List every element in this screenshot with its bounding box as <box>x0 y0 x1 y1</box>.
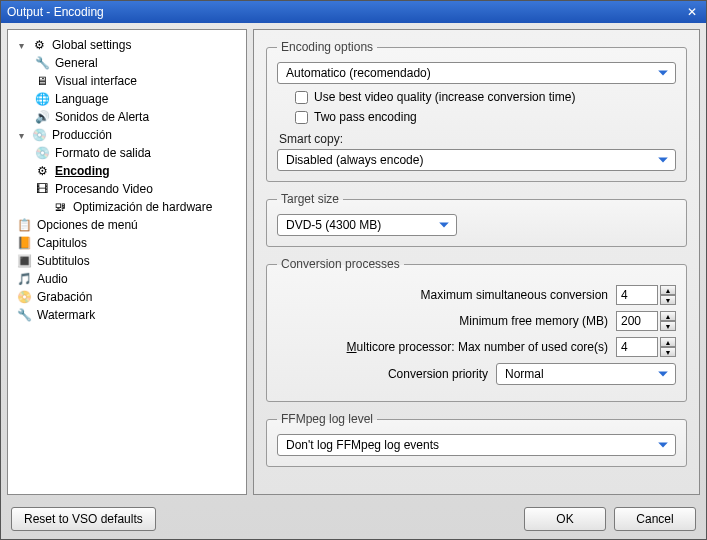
close-icon[interactable]: ✕ <box>684 5 700 19</box>
gear-icon: ⚙ <box>34 163 50 179</box>
ok-button[interactable]: OK <box>524 507 606 531</box>
smart-copy-label: Smart copy: <box>279 132 676 146</box>
row-multicore: Multicore processor: Max number of used … <box>277 337 676 357</box>
ffmpeg-log-combo[interactable]: Don't log FFMpeg log events <box>277 434 676 456</box>
spin-down-icon[interactable]: ▼ <box>660 321 676 331</box>
settings-content: Encoding options Automatico (recomendado… <box>253 29 700 495</box>
tree-label: Language <box>55 92 108 106</box>
gear-icon: ⚙ <box>31 37 47 53</box>
combo-value: Don't log FFMpeg log events <box>286 438 439 452</box>
film-icon: 🎞 <box>34 181 50 197</box>
tree-item-hwopt[interactable]: 🖳 Optimización de hardware <box>10 198 244 216</box>
row-max-sim: Maximum simultaneous conversion ▲▼ <box>277 285 676 305</box>
collapse-icon[interactable]: ▾ <box>16 40 26 51</box>
row-min-mem: Minimum free memory (MB) ▲▼ <box>277 311 676 331</box>
tree-label: General <box>55 56 98 70</box>
spin-up-icon[interactable]: ▲ <box>660 311 676 321</box>
settings-tree[interactable]: ▾ ⚙ Global settings 🔧 General 🖥 Visual i… <box>7 29 247 495</box>
multicore-input[interactable] <box>616 337 658 357</box>
chevron-down-icon <box>655 152 671 168</box>
tree-item-visual[interactable]: 🖥 Visual interface <box>10 72 244 90</box>
tree-item-encoding[interactable]: ⚙ Encoding <box>10 162 244 180</box>
two-pass-label: Two pass encoding <box>314 110 417 124</box>
reset-button[interactable]: Reset to VSO defaults <box>11 507 156 531</box>
legend-encoding: Encoding options <box>277 40 377 54</box>
tree-item-global[interactable]: ▾ ⚙ Global settings <box>10 36 244 54</box>
chevron-down-icon <box>655 366 671 382</box>
best-quality-row: Use best video quality (increase convers… <box>295 90 676 104</box>
combo-value: Normal <box>505 367 544 381</box>
priority-label: Conversion priority <box>388 367 488 381</box>
best-quality-checkbox[interactable] <box>295 91 308 104</box>
tree-label: Opciones de menú <box>37 218 138 232</box>
tree-label: Sonidos de Alerta <box>55 110 149 124</box>
max-sim-spinner[interactable]: ▲▼ <box>616 285 676 305</box>
tree-item-general[interactable]: 🔧 General <box>10 54 244 72</box>
max-sim-input[interactable] <box>616 285 658 305</box>
combo-value: Disabled (always encode) <box>286 153 423 167</box>
tree-label: Visual interface <box>55 74 137 88</box>
speaker-icon: 🔊 <box>34 109 50 125</box>
tree-label: Procesando Video <box>55 182 153 196</box>
disc-icon: 📀 <box>16 289 32 305</box>
chevron-down-icon <box>436 217 452 233</box>
collapse-icon[interactable]: ▾ <box>16 130 26 141</box>
subtitles-icon: 🔳 <box>16 253 32 269</box>
tree-item-language[interactable]: 🌐 Language <box>10 90 244 108</box>
tree-label: Grabación <box>37 290 92 304</box>
dialog-body: ▾ ⚙ Global settings 🔧 General 🖥 Visual i… <box>1 23 706 501</box>
tree-item-production[interactable]: ▾ 💿 Producción <box>10 126 244 144</box>
tree-item-recording[interactable]: 📀 Grabación <box>10 288 244 306</box>
tree-item-chapters[interactable]: 📙 Capitulos <box>10 234 244 252</box>
smart-copy-combo[interactable]: Disabled (always encode) <box>277 149 676 171</box>
multicore-spinner[interactable]: ▲▼ <box>616 337 676 357</box>
spin-down-icon[interactable]: ▼ <box>660 347 676 357</box>
titlebar: Output - Encoding ✕ <box>1 1 706 23</box>
window-title: Output - Encoding <box>7 5 104 19</box>
encoding-preset-combo[interactable]: Automatico (recomendado) <box>277 62 676 84</box>
group-conversion: Conversion processes Maximum simultaneou… <box>266 257 687 402</box>
tree-label: Audio <box>37 272 68 286</box>
min-mem-label: Minimum free memory (MB) <box>459 314 608 328</box>
dialog-footer: Reset to VSO defaults OK Cancel <box>1 501 706 539</box>
two-pass-checkbox[interactable] <box>295 111 308 124</box>
tree-label: Watermark <box>37 308 95 322</box>
tree-item-sounds[interactable]: 🔊 Sonidos de Alerta <box>10 108 244 126</box>
spin-up-icon[interactable]: ▲ <box>660 337 676 347</box>
tree-item-processing[interactable]: 🎞 Procesando Video <box>10 180 244 198</box>
group-ffmpeg: FFMpeg log level Don't log FFMpeg log ev… <box>266 412 687 467</box>
tree-item-format[interactable]: 💿 Formato de salida <box>10 144 244 162</box>
priority-combo[interactable]: Normal <box>496 363 676 385</box>
settings-window: Output - Encoding ✕ ▾ ⚙ Global settings … <box>0 0 707 540</box>
best-quality-label: Use best video quality (increase convers… <box>314 90 575 104</box>
tree-label: Global settings <box>52 38 131 52</box>
min-mem-spinner[interactable]: ▲▼ <box>616 311 676 331</box>
multicore-label: Multicore processor: Max number of used … <box>347 340 608 354</box>
globe-icon: 🌐 <box>34 91 50 107</box>
tree-item-watermark[interactable]: 🔧 Watermark <box>10 306 244 324</box>
target-size-combo[interactable]: DVD-5 (4300 MB) <box>277 214 457 236</box>
legend-ffmpeg: FFMpeg log level <box>277 412 377 426</box>
spin-up-icon[interactable]: ▲ <box>660 285 676 295</box>
min-mem-input[interactable] <box>616 311 658 331</box>
tree-label: Formato de salida <box>55 146 151 160</box>
tree-label: Subtitulos <box>37 254 90 268</box>
group-target-size: Target size DVD-5 (4300 MB) <box>266 192 687 247</box>
chevron-down-icon <box>655 65 671 81</box>
max-sim-label: Maximum simultaneous conversion <box>421 288 608 302</box>
row-priority: Conversion priority Normal <box>277 363 676 385</box>
cpu-icon: 🖳 <box>52 199 68 215</box>
wrench-icon: 🔧 <box>34 55 50 71</box>
group-encoding-options: Encoding options Automatico (recomendado… <box>266 40 687 182</box>
tree-item-subtitles[interactable]: 🔳 Subtitulos <box>10 252 244 270</box>
tree-item-menuopts[interactable]: 📋 Opciones de menú <box>10 216 244 234</box>
chevron-down-icon <box>655 437 671 453</box>
book-icon: 📙 <box>16 235 32 251</box>
tree-label: Producción <box>52 128 112 142</box>
spin-down-icon[interactable]: ▼ <box>660 295 676 305</box>
cancel-button[interactable]: Cancel <box>614 507 696 531</box>
tree-label: Encoding <box>55 164 110 178</box>
tree-label: Capitulos <box>37 236 87 250</box>
legend-target: Target size <box>277 192 343 206</box>
tree-item-audio[interactable]: 🎵 Audio <box>10 270 244 288</box>
